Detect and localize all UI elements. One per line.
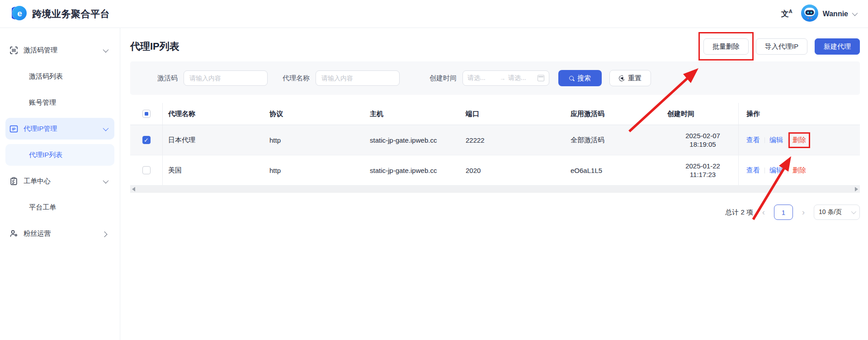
actions-cell: 查看 编辑 删除	[738, 125, 860, 155]
sidebar-item-activation-code-management[interactable]: 激活码管理	[5, 39, 114, 61]
date-range-picker[interactable]: 请选... → 请选...	[462, 70, 549, 86]
host-cell: static-jp-gate.ipweb.cc	[364, 125, 460, 155]
reset-button[interactable]: 重置	[609, 70, 651, 86]
pagination: 总计 2 项 ‹ 1 › 10 条/页	[130, 205, 860, 220]
ip-icon: IP	[9, 124, 18, 133]
select-all-checkbox[interactable]	[142, 110, 151, 118]
translate-icon[interactable]: 文A	[781, 9, 793, 19]
sidebar-item-account-management[interactable]: 账号管理	[5, 92, 114, 113]
protocol-cell: http	[264, 155, 364, 185]
search-button[interactable]: 搜索	[558, 70, 602, 86]
range-arrow-icon: →	[500, 75, 505, 82]
proxy-ip-list-page: e 跨境业务聚合平台 文A	[0, 0, 868, 340]
row-checkbox-cell: ✓	[130, 125, 163, 155]
svg-text:IP: IP	[12, 127, 15, 131]
prev-page-icon[interactable]: ‹	[761, 208, 766, 216]
username: Wannie	[823, 10, 848, 18]
top-right-controls: 文A	[781, 4, 856, 24]
svg-text:e: e	[17, 9, 22, 18]
delete-link[interactable]: 删除	[793, 136, 806, 144]
sidebar-item-label: 代理IP列表	[29, 151, 107, 159]
column-header: 创建时间	[662, 103, 738, 125]
column-header: 应用激活码	[565, 103, 662, 125]
activation-cell: eO6aL1L5	[565, 155, 662, 185]
row-checkbox-checked[interactable]: ✓	[142, 136, 151, 144]
delete-link[interactable]: 删除	[793, 166, 806, 175]
header-buttons: 批量删除 导入代理IP 新建代理	[703, 38, 860, 55]
ticket-icon	[9, 177, 18, 186]
sidebar: 激活码管理 激活码列表 账号管理 IP 代理IP管理 代理IP列表	[0, 28, 120, 340]
sidebar-item-proxy-ip-list[interactable]: 代理IP列表	[5, 144, 114, 166]
header-checkbox-cell	[130, 103, 163, 125]
page-header: 代理IP列表 批量删除 导入代理IP 新建代理	[130, 38, 860, 55]
protocol-cell: http	[264, 125, 364, 155]
scroll-left-icon[interactable]	[132, 187, 135, 191]
row-checkbox-cell	[130, 155, 163, 185]
activation-cell: 全部激活码	[565, 125, 662, 155]
next-page-icon[interactable]: ›	[801, 208, 806, 216]
column-header: 操作	[738, 103, 860, 125]
chevron-down-icon	[852, 10, 858, 16]
sidebar-item-activation-code-list[interactable]: 激活码列表	[5, 65, 114, 87]
sidebar-item-label: 工单中心	[24, 177, 103, 186]
sidebar-item-ticket-center[interactable]: 工单中心	[5, 170, 114, 192]
search-icon	[569, 76, 574, 81]
calendar-icon	[538, 75, 544, 81]
filter-bar: 激活码 代理名称 创建时间 请选... → 请选... 搜索 重置	[130, 61, 860, 95]
view-link[interactable]: 查看	[746, 136, 760, 144]
sidebar-item-label: 粉丝运营	[24, 229, 103, 238]
brand-name: 跨境业务聚合平台	[32, 8, 110, 20]
sidebar-item-fan-operations[interactable]: 粉丝运营	[5, 223, 114, 244]
sidebar-item-label: 代理IP管理	[24, 125, 103, 133]
activation-code-icon	[9, 46, 18, 55]
chevron-down-icon	[103, 177, 109, 183]
table-header-row: 代理名称 协议 主机 端口 应用激活码 创建时间 操作	[130, 103, 860, 125]
created-time-cell: 2025-02-07 18:19:05	[662, 125, 738, 155]
row-checkbox-unchecked[interactable]	[142, 166, 151, 174]
action-separator	[764, 168, 765, 173]
page-number-1[interactable]: 1	[774, 205, 793, 220]
sidebar-item-proxy-ip-management[interactable]: IP 代理IP管理	[5, 118, 114, 140]
port-cell: 2020	[460, 155, 565, 185]
horizontal-scrollbar[interactable]	[130, 186, 860, 193]
top-bar: e 跨境业务聚合平台 文A	[0, 0, 868, 28]
actions-cell: 查看 编辑 删除	[738, 155, 860, 185]
sidebar-item-label: 账号管理	[29, 98, 107, 107]
sidebar-item-label: 激活码列表	[29, 72, 107, 81]
view-link[interactable]: 查看	[746, 166, 760, 175]
column-header: 端口	[460, 103, 565, 125]
column-header: 代理名称	[163, 103, 264, 125]
proxy-table: 代理名称 协议 主机 端口 应用激活码 创建时间 操作 ✓ 日本代理 http …	[130, 103, 860, 193]
proxy-name-input[interactable]	[316, 70, 400, 86]
date-start-placeholder: 请选...	[467, 74, 497, 82]
edit-link[interactable]: 编辑	[769, 136, 783, 144]
activation-code-label: 激活码	[157, 74, 178, 83]
fans-icon	[9, 229, 18, 238]
created-time-cell: 2025-01-22 11:17:23	[662, 155, 738, 185]
host-cell: static-jp-gate.ipweb.cc	[364, 155, 460, 185]
user-menu[interactable]: Wannie	[801, 4, 856, 24]
scroll-right-icon[interactable]	[855, 187, 858, 191]
page-title: 代理IP列表	[130, 40, 179, 53]
new-proxy-button[interactable]: 新建代理	[815, 38, 860, 55]
total-count: 总计 2 项	[725, 208, 753, 217]
batch-delete-button[interactable]: 批量删除	[703, 38, 749, 55]
port-cell: 22222	[460, 125, 565, 155]
activation-code-input[interactable]	[184, 70, 268, 86]
chevron-down-icon	[103, 47, 109, 52]
avatar	[801, 4, 819, 24]
column-header: 协议	[264, 103, 364, 125]
action-separator	[764, 137, 765, 143]
chevron-down-icon	[851, 209, 856, 214]
main-content: 代理IP列表 批量删除 导入代理IP 新建代理 激活码 代理名称 创建时间 请选…	[120, 28, 868, 340]
action-separator	[788, 168, 788, 173]
import-proxy-button[interactable]: 导入代理IP	[756, 38, 807, 55]
sidebar-item-platform-tickets[interactable]: 平台工单	[5, 196, 114, 218]
sidebar-item-label: 激活码管理	[24, 46, 103, 55]
proxy-name-cell: 美国	[163, 155, 264, 185]
edit-link[interactable]: 编辑	[769, 166, 783, 175]
table-row: ✓ 日本代理 http static-jp-gate.ipweb.cc 2222…	[130, 125, 860, 155]
page-size-select[interactable]: 10 条/页	[814, 205, 860, 220]
date-end-placeholder: 请选...	[508, 74, 538, 82]
column-header: 主机	[364, 103, 460, 125]
